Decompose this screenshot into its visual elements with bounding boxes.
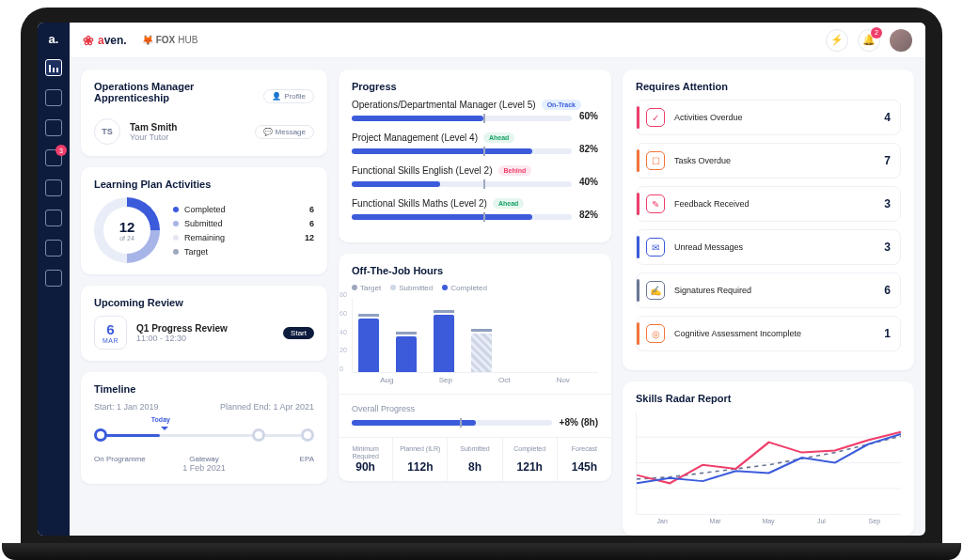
progress-item[interactable]: Functional Skills English (Level 2)Behin… [352,165,598,187]
attention-icon: ✉ [646,238,665,257]
legend-row: Submitted6 [173,219,314,228]
tutor-name: Tam Smith [130,122,177,132]
nav-dashboard-icon[interactable] [45,59,62,76]
fox-icon: 🦊 [142,35,153,45]
activities-card: Learning Plan Activities 12 of 24 Comple… [81,167,327,274]
overall-delta: +8% (8h) [560,417,598,428]
nav-rail: a. 3 [38,23,70,536]
attention-title: Requires Attention [636,81,901,92]
nav-clipboard-icon[interactable] [45,119,62,136]
message-button[interactable]: 💬Message [255,125,314,139]
nav-chat-icon[interactable]: 3 [45,149,62,166]
tutor-avatar: TS [94,118,120,145]
otj-bar [396,336,417,372]
attention-item[interactable]: ☐ Tasks Overdue7 [636,143,901,179]
attention-item[interactable]: ◎ Cognitive Assessment Incomplete1 [636,316,901,351]
brand-foxhub: 🦊 FOXHUB [142,35,198,45]
timeline-today: Today [151,416,170,423]
nav-file-icon[interactable] [45,179,62,196]
timeline-title: Timeline [94,383,314,395]
laptop-frame: a. 3 ❀ aven. 🦊 FOXHUB ⚡ � [21,8,942,552]
user-avatar[interactable] [890,29,912,52]
header-card: Operations Manager Apprenticeship 👤Profi… [81,70,327,156]
attention-icon: ◎ [646,324,665,343]
review-name: Q1 Progress Review [136,323,228,334]
otj-legend: Target Submitted Completed [352,284,598,292]
otj-bar [434,315,454,372]
attention-item[interactable]: ✍ Signatures Required6 [636,272,901,308]
status-badge: Behind [498,165,532,176]
timeline-card: Timeline Start: 1 Jan 2019 Planned End: … [81,372,327,484]
attention-card: Requires Attention ✓ Activities Overdue4… [623,70,914,370]
otj-stat: Minimum Required90h [339,438,393,481]
progress-item[interactable]: Operations/Departmental Manager (Level 5… [352,100,598,121]
legend-row: Remaining12 [173,233,314,242]
chat-icon: 💬 [263,128,273,136]
bell-icon[interactable]: 🔔2 [858,29,880,52]
top-bar: ❀ aven. 🦊 FOXHUB ⚡ 🔔2 [70,23,925,58]
otj-barchart: 020406080 [352,298,598,373]
app-screen: a. 3 ❀ aven. 🦊 FOXHUB ⚡ � [38,23,925,536]
user-icon: 👤 [272,92,281,101]
attention-item[interactable]: ✎ Feedback Received3 [636,186,901,222]
radar-title: Skills Radar Report [636,393,901,404]
overall-label: Overall Progress [352,404,598,413]
legend-row: Target [173,247,314,257]
progress-title: Progress [352,81,598,92]
leaf-icon: ❀ [83,33,94,48]
status-badge: Ahead [493,198,524,209]
progress-item[interactable]: Functional Skills Maths (Level 2)Ahead 8… [352,198,598,220]
otj-title: Off-The-Job Hours [352,265,598,276]
programme-title: Operations Manager Apprenticeship [94,81,263,103]
attention-icon: ✓ [646,108,665,127]
activities-legend: Completed6Submitted6Remaining12Target [173,205,314,257]
activities-title: Learning Plan Activities [94,179,314,190]
status-badge: Ahead [483,132,514,143]
otj-stat: Submitted8h [448,438,502,481]
otj-stats: Minimum Required90hPlanned (ILR)112hSubm… [339,437,611,481]
bolt-icon[interactable]: ⚡ [826,29,848,52]
profile-button[interactable]: 👤Profile [263,89,314,103]
legend-row: Completed6 [173,205,314,214]
otj-bar [358,319,379,372]
radar-linechart [636,412,901,515]
attention-icon: ☐ [646,151,665,170]
review-card: Upcoming Review 6 MAR Q1 Progress Review… [81,286,327,361]
attention-icon: ✍ [646,281,665,300]
tutor-role: Your Tutor [130,132,177,142]
timeline-track: Today [94,417,314,455]
start-button[interactable]: Start [283,327,314,339]
radar-card: Skills Radar Report JanMarMa [623,381,914,536]
progress-item[interactable]: Project Management (Level 4)Ahead 82% [352,132,598,154]
app-logo[interactable]: a. [49,32,59,46]
nav-clock-icon[interactable] [45,240,62,257]
nav-user-icon[interactable] [45,210,62,226]
progress-card: Progress Operations/Departmental Manager… [339,70,611,242]
laptop-base [2,543,961,560]
otj-stat: Completed121h [503,438,558,481]
review-title: Upcoming Review [94,297,314,308]
attention-item[interactable]: ✉ Unread Messages3 [636,229,901,265]
status-badge: On-Track [542,100,581,110]
activities-donut: 12 of 24 [94,197,160,263]
review-date: 6 MAR [94,316,127,350]
review-time: 11:00 - 12:30 [136,334,228,343]
nav-check-icon[interactable] [45,89,62,106]
otj-bar [471,334,492,372]
otj-card: Off-The-Job Hours Target Submitted Compl… [339,254,611,481]
attention-icon: ✎ [646,194,665,213]
otj-stat: Planned (ILR)112h [393,438,448,481]
otj-stat: Forecast145h [558,438,611,481]
attention-item[interactable]: ✓ Activities Overdue4 [636,100,901,135]
nav-export-icon[interactable] [45,270,62,287]
brand-aven: ❀ aven. [83,33,127,48]
